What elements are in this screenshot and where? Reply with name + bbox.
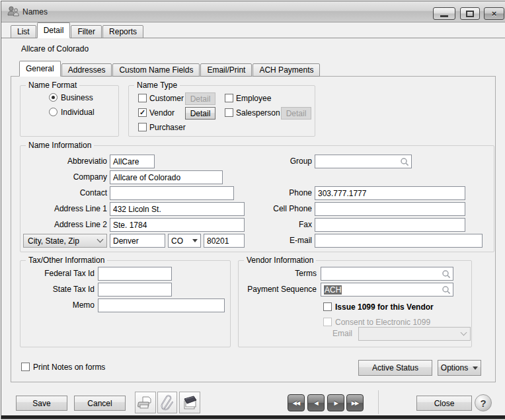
individual-label: Individual [61,108,95,117]
vendor-detail-button[interactable]: Detail [185,107,215,120]
business-radio[interactable] [49,93,58,102]
vendor-email-combo [358,327,471,341]
customer-checkbox[interactable] [138,94,147,102]
payment-sequence-field[interactable]: ACH [321,283,453,297]
save-button[interactable]: Save [16,396,67,411]
stamp-button[interactable] [179,392,200,413]
record-name: Allcare of Colorado [21,44,89,53]
group-field[interactable] [315,155,412,168]
window-title: Names [22,7,48,17]
issue-1099-checkbox[interactable] [323,302,332,311]
abbreviation-field[interactable]: AllCare [110,155,155,168]
printer-icon [137,395,153,411]
tab-general[interactable]: General [19,61,61,77]
federal-tax-id-label: Federal Tax Id [44,269,95,278]
issue-1099-label: Issue 1099 for this Vendor [335,302,434,312]
lookup-icon[interactable] [400,157,409,166]
lookup-icon[interactable] [442,285,451,295]
print-button[interactable] [135,392,156,413]
federal-tax-id-field[interactable] [98,267,172,281]
name-format-legend: Name Format [26,81,79,90]
payment-sequence-label: Payment Sequence [247,285,317,294]
employee-label: Employee [236,94,271,103]
tab-ach-payments[interactable]: ACH Payments [252,63,320,77]
state-combo[interactable]: CO [168,234,201,248]
phone-label: Phone [289,188,312,197]
vendor-checkbox[interactable]: ✓ [138,108,147,117]
email-field[interactable] [315,234,483,248]
close-button[interactable]: Close [416,396,472,411]
stamp-icon [182,395,198,411]
address-line2-field[interactable]: Ste. 1784 [110,218,245,232]
memo-field[interactable] [98,298,225,312]
name-information-legend: Name Information [26,141,94,150]
nav-last-button[interactable]: ▶▶ [346,394,364,411]
consent-1099-label: Consent to Electronic 1099 [335,318,430,327]
maximize-button[interactable] [460,7,480,20]
state-tax-id-field[interactable] [98,283,172,297]
print-notes-checkbox[interactable] [21,363,30,371]
company-field[interactable]: Allcare of Colorado [110,170,223,184]
nav-first-button[interactable]: ◀◀ [288,394,305,411]
tab-addresses[interactable]: Addresses [61,63,112,77]
nav-next-button[interactable]: ▶ [327,394,344,411]
help-button[interactable]: ? [475,394,492,411]
tab-detail[interactable]: Detail [37,22,71,38]
tab-email-print[interactable]: Email/Print [200,63,252,77]
main-tab-strip: List Detail Filter Reports [11,22,144,38]
minimize-button[interactable] [433,7,455,20]
print-notes-label: Print Notes on forms [33,363,105,372]
window-bottom-edge [1,415,505,419]
city-state-zip-selector[interactable]: City, State, Zip [23,234,107,248]
salesperson-label: Salesperson [236,108,280,118]
tab-filter[interactable]: Filter [71,25,102,38]
attachments-button[interactable] [157,392,177,413]
next-record-icon: ▶ [334,400,337,406]
terms-label: Terms [295,269,317,278]
options-button[interactable]: Options [438,360,481,376]
tab-list[interactable]: List [11,25,36,38]
vendor-email-label: Email [332,329,352,338]
employee-checkbox[interactable] [225,94,233,102]
tab-custom-name-fields[interactable]: Custom Name Fields [112,63,200,77]
phone-field[interactable]: 303.777.1777 [315,186,465,200]
lookup-icon[interactable] [442,269,451,279]
cell-phone-field[interactable] [315,202,465,216]
address-line1-label: Address Line 1 [54,204,107,213]
consent-1099-checkbox [323,318,332,326]
title-bar[interactable]: Names × [1,1,505,22]
company-label: Company [73,172,107,182]
tab-reports[interactable]: Reports [102,25,143,38]
bottom-bar-divider [378,390,379,414]
vendor-information-legend: Vendor Information [244,256,316,265]
salesperson-checkbox[interactable] [225,108,233,117]
tax-other-legend: Tax/Other Information [26,256,107,265]
close-window-button[interactable]: × [484,7,504,20]
maximize-icon [466,11,474,17]
nav-previous-button[interactable]: ◀ [307,394,325,411]
contact-field[interactable] [110,186,234,200]
zip-field[interactable]: 80201 [204,234,245,248]
help-icon: ? [480,398,486,409]
salesperson-detail-button: Detail [281,107,311,120]
check-icon: ✓ [139,109,145,116]
purchaser-checkbox[interactable] [138,123,147,131]
terms-field[interactable] [321,267,453,281]
customer-detail-button: Detail [185,92,215,105]
close-icon: × [492,9,497,18]
last-record-icon: ▶▶ [352,400,358,406]
fax-field[interactable] [315,218,465,232]
sub-tab-strip: General Addresses Custom Name Fields Ema… [19,61,321,77]
previous-record-icon: ◀ [314,400,317,406]
address-line1-field[interactable]: 432 Licoln St. [110,202,245,216]
state-tax-id-label: State Tax Id [53,285,95,294]
caret-down-icon [473,367,478,370]
active-status-button[interactable]: Active Status [358,360,432,376]
cell-phone-label: Cell Phone [273,204,312,213]
cancel-button[interactable]: Cancel [74,396,126,411]
individual-radio[interactable] [49,108,58,116]
address-line2-label: Address Line 2 [54,220,107,229]
city-field[interactable]: Denver [110,234,165,248]
chevron-down-icon [461,330,467,336]
selected-text: ACH [324,285,342,295]
